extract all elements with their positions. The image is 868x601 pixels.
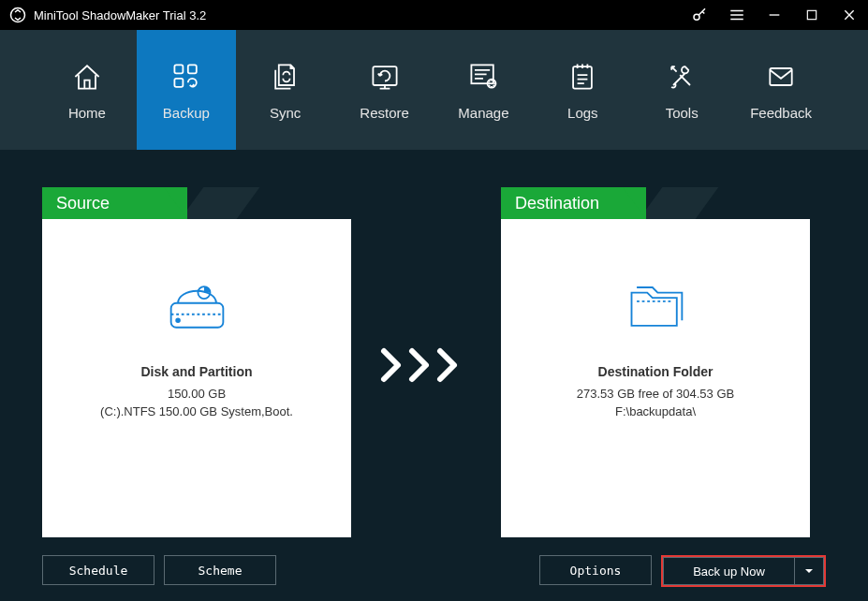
app-title: MiniTool ShadowMaker Trial 3.2	[34, 8, 690, 22]
home-icon	[70, 60, 104, 94]
source-panel: Source Disk and Partition 150.00 GB (C:)…	[42, 187, 351, 537]
folder-icon	[621, 275, 691, 336]
maximize-button[interactable]	[802, 6, 821, 24]
nav-restore-label: Restore	[360, 105, 409, 121]
svg-rect-11	[170, 303, 223, 328]
nav-feedback[interactable]: Feedback	[731, 30, 831, 150]
disk-icon	[162, 275, 232, 336]
arrow-indicator	[370, 187, 482, 384]
nav-tools-label: Tools	[666, 105, 699, 121]
tools-icon	[665, 60, 699, 94]
source-size: 150.00 GB	[168, 387, 226, 401]
destination-space: 273.53 GB free of 304.53 GB	[577, 387, 734, 401]
footer: Schedule Scheme Options Back up Now	[42, 555, 826, 587]
svg-rect-6	[373, 66, 396, 85]
svg-point-1	[694, 14, 699, 20]
key-icon[interactable]	[690, 6, 709, 24]
destination-title: Destination Folder	[598, 364, 714, 379]
manage-icon	[466, 60, 500, 94]
titlebar: MiniTool ShadowMaker Trial 3.2	[0, 0, 868, 30]
nav-feedback-label: Feedback	[750, 105, 812, 121]
minimize-button[interactable]	[765, 6, 784, 24]
nav-restore[interactable]: Restore	[335, 30, 434, 150]
source-body[interactable]: Disk and Partition 150.00 GB (C:).NTFS 1…	[42, 219, 351, 537]
svg-point-12	[176, 318, 180, 322]
destination-header-label: Destination	[501, 194, 599, 213]
feedback-icon	[764, 60, 798, 94]
menu-icon[interactable]	[728, 6, 746, 24]
destination-body[interactable]: Destination Folder 273.53 GB free of 304…	[501, 219, 810, 537]
nav-sync[interactable]: Sync	[236, 30, 335, 150]
close-button[interactable]	[840, 6, 859, 24]
nav-sync-label: Sync	[270, 105, 301, 121]
restore-icon	[368, 60, 402, 94]
svg-rect-9	[573, 66, 592, 88]
nav-logs-label: Logs	[567, 105, 598, 121]
nav-home-label: Home	[68, 105, 106, 121]
svg-rect-2	[807, 10, 816, 19]
backup-icon	[169, 60, 203, 94]
backup-now-button[interactable]: Back up Now	[663, 557, 794, 585]
destination-header: Destination	[501, 187, 810, 219]
destination-panel: Destination Destination Folder 273.53 GB…	[501, 187, 810, 537]
svg-rect-10	[770, 68, 791, 85]
caret-down-icon	[804, 566, 814, 576]
svg-rect-3	[174, 65, 183, 73]
source-header-label: Source	[42, 194, 110, 213]
chevrons-right-icon	[370, 346, 482, 384]
navbar: Home Backup Sync Restore Manage Logs Too…	[0, 30, 868, 150]
nav-logs[interactable]: Logs	[533, 30, 632, 150]
nav-manage-label: Manage	[458, 105, 508, 121]
source-detail: (C:).NTFS 150.00 GB System,Boot.	[100, 404, 293, 418]
app-logo-icon	[9, 7, 26, 23]
logs-icon	[566, 60, 599, 94]
nav-manage[interactable]: Manage	[434, 30, 534, 150]
scheme-button[interactable]: Scheme	[164, 555, 276, 585]
nav-home[interactable]: Home	[37, 30, 137, 150]
source-title: Disk and Partition	[140, 364, 252, 379]
schedule-button[interactable]: Schedule	[42, 555, 154, 585]
svg-rect-4	[188, 65, 197, 73]
destination-path: F:\backupdata\	[615, 404, 696, 418]
content-area: Source Disk and Partition 150.00 GB (C:)…	[0, 150, 868, 537]
source-header: Source	[42, 187, 351, 219]
nav-backup[interactable]: Backup	[137, 30, 236, 150]
options-button[interactable]: Options	[539, 555, 652, 585]
nav-backup-label: Backup	[163, 105, 210, 121]
nav-tools[interactable]: Tools	[632, 30, 731, 150]
backup-dropdown-button[interactable]	[794, 557, 824, 585]
backup-now-highlight: Back up Now	[661, 555, 826, 587]
svg-rect-5	[174, 78, 183, 86]
sync-icon	[269, 60, 302, 94]
